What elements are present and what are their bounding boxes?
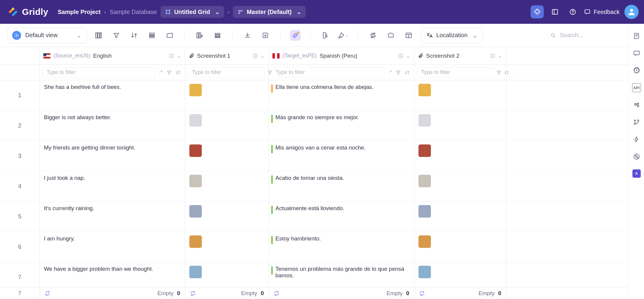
- cell-spanish[interactable]: Ella tiene una colmena llena de abejas.: [269, 80, 414, 110]
- row-height-button[interactable]: [147, 30, 157, 41]
- column-header-actions[interactable]: ⌄: [253, 52, 265, 59]
- user-avatar[interactable]: [624, 5, 639, 19]
- filter-input-screenshot1[interactable]: [188, 67, 265, 78]
- cell-spanish[interactable]: Actualmente está lloviendo.: [269, 202, 414, 232]
- view-selector[interactable]: Default view ⌄: [7, 28, 87, 43]
- extensions-button[interactable]: [531, 5, 544, 18]
- cell-english[interactable]: It's currently raining.: [40, 202, 185, 232]
- rail-share-button[interactable]: [632, 100, 641, 109]
- cell-screenshot2[interactable]: [414, 171, 506, 201]
- columns-button[interactable]: [93, 30, 104, 41]
- table-row[interactable]: 6 I am hungry. Estoy hambriento.: [0, 232, 629, 262]
- cell-screenshot1[interactable]: [185, 262, 269, 287]
- table-row[interactable]: 7 We have a bigger problem than we thoug…: [0, 262, 629, 287]
- table-row[interactable]: 1 She has a beehive full of bees. Ella t…: [0, 80, 629, 111]
- layout-button[interactable]: [403, 30, 414, 41]
- filter-input-screenshot2[interactable]: [417, 67, 494, 78]
- rail-notes-button[interactable]: [632, 32, 641, 40]
- cell-screenshot1[interactable]: [185, 232, 269, 262]
- cell-english[interactable]: I am hungry.: [40, 232, 185, 262]
- cell-english[interactable]: I just took a nap.: [40, 171, 185, 201]
- cell-screenshot1[interactable]: [185, 202, 269, 232]
- import-button[interactable]: [260, 30, 271, 41]
- filter-icon[interactable]: [166, 70, 173, 75]
- panel-button[interactable]: [548, 5, 561, 18]
- cell-spanish[interactable]: Acabo de tomar una siesta.: [269, 171, 414, 201]
- manage-columns-button[interactable]: [194, 30, 205, 41]
- search-input[interactable]: [559, 32, 632, 39]
- cell-spanish[interactable]: Estoy hambriento.: [269, 232, 414, 262]
- breadcrumb-database[interactable]: Sample Database: [110, 9, 157, 15]
- reload-icon[interactable]: [274, 290, 280, 296]
- table-row[interactable]: 4 I just took a nap. Acabo de tomar una …: [0, 171, 629, 202]
- column-header-spanish[interactable]: (Target_esPE) Spanish (Peru) ⌄: [269, 47, 414, 64]
- breadcrumb-branch-pill[interactable]: Master (Default) ⌄: [233, 6, 305, 18]
- find-replace-button[interactable]: [368, 30, 378, 41]
- sort-button[interactable]: [129, 30, 139, 41]
- rail-automation-button[interactable]: [632, 135, 641, 144]
- column-header-screenshot2[interactable]: Screenshot 2 ⌄: [414, 47, 506, 64]
- svg-rect-20: [197, 33, 198, 38]
- breadcrumb-project[interactable]: Sample Project: [58, 9, 101, 15]
- cell-english[interactable]: My friends are getting dinner tonight.: [40, 141, 185, 171]
- cell-screenshot1[interactable]: [185, 141, 269, 171]
- paint-button[interactable]: ⌄: [338, 30, 348, 41]
- reload-icon[interactable]: [45, 290, 50, 296]
- filter-input-english[interactable]: [43, 67, 155, 78]
- help-button[interactable]: [566, 5, 579, 18]
- sort-icon[interactable]: [504, 70, 509, 75]
- rail-comments-button[interactable]: [632, 49, 641, 58]
- column-header-actions[interactable]: ⌄: [398, 52, 410, 59]
- table-row[interactable]: 3 My friends are getting dinner tonight.…: [0, 141, 629, 171]
- cell-screenshot1[interactable]: [185, 171, 269, 201]
- download-button[interactable]: [242, 30, 253, 41]
- thumbnail-icon: [189, 175, 202, 187]
- cell-english[interactable]: We have a bigger problem than we thought…: [40, 262, 185, 287]
- filter-button[interactable]: [111, 30, 122, 41]
- sort-icon[interactable]: [175, 70, 182, 75]
- svg-point-27: [372, 34, 374, 37]
- filter-icon[interactable]: [396, 70, 402, 75]
- tm-button[interactable]: [212, 30, 223, 41]
- rail-history-button[interactable]: [632, 66, 641, 75]
- cell-english[interactable]: She has a beehive full of bees.: [40, 80, 185, 110]
- rail-api-button[interactable]: API: [632, 83, 641, 92]
- reload-icon[interactable]: [419, 290, 425, 296]
- search-box[interactable]: [545, 28, 637, 43]
- cell-screenshot2[interactable]: [414, 80, 506, 110]
- cell-spanish[interactable]: Mis amigos van a cenar esta noche.: [269, 141, 414, 171]
- filter-icon[interactable]: [496, 70, 502, 75]
- wildcard-icon[interactable]: .*: [158, 69, 164, 75]
- column-header-actions[interactable]: ⌄: [490, 52, 502, 59]
- cell-screenshot1[interactable]: [185, 111, 269, 141]
- sort-icon[interactable]: [405, 70, 411, 75]
- column-header-english[interactable]: (Source_enUS) English ⌄: [40, 47, 185, 64]
- dependency-button[interactable]: [290, 30, 301, 41]
- column-header-actions[interactable]: ⌄: [169, 52, 181, 59]
- cell-spanish[interactable]: Tenemos un problema más grande de lo que…: [269, 262, 414, 287]
- filter-input-spanish[interactable]: [272, 67, 384, 78]
- feedback-button[interactable]: Feedback: [584, 9, 620, 15]
- cell-screenshot2[interactable]: [414, 141, 506, 171]
- path-button[interactable]: [164, 30, 175, 41]
- column-header-screenshot1[interactable]: Screenshot 1 ⌄: [185, 47, 269, 64]
- table-row[interactable]: 2 Bigger is not always better. Más grand…: [0, 111, 629, 141]
- rail-branch-button[interactable]: [632, 118, 641, 127]
- wildcard-icon[interactable]: .*: [387, 69, 393, 75]
- table-row[interactable]: 5 It's currently raining. Actualmente es…: [0, 202, 629, 232]
- cell-screenshot2[interactable]: [414, 232, 506, 262]
- cell-spanish[interactable]: Más grande no siempre es mejor.: [269, 111, 414, 141]
- tag-button[interactable]: [386, 30, 396, 41]
- breadcrumb-grid-pill[interactable]: Untitled Grid ⌄: [161, 6, 224, 18]
- cell-screenshot2[interactable]: [414, 202, 506, 232]
- cell-screenshot2[interactable]: [414, 262, 506, 287]
- cell-screenshot2[interactable]: [414, 111, 506, 141]
- rail-lqa-button[interactable]: A: [632, 169, 641, 178]
- cell-english[interactable]: Bigger is not always better.: [40, 111, 185, 141]
- autofill-button[interactable]: [320, 30, 331, 41]
- cell-screenshot1[interactable]: [185, 80, 269, 110]
- app-logo[interactable]: Gridly: [7, 6, 48, 18]
- localization-selector[interactable]: Localization ⌄: [421, 28, 483, 43]
- reload-icon[interactable]: [190, 290, 196, 296]
- rail-translate-button[interactable]: [632, 152, 641, 161]
